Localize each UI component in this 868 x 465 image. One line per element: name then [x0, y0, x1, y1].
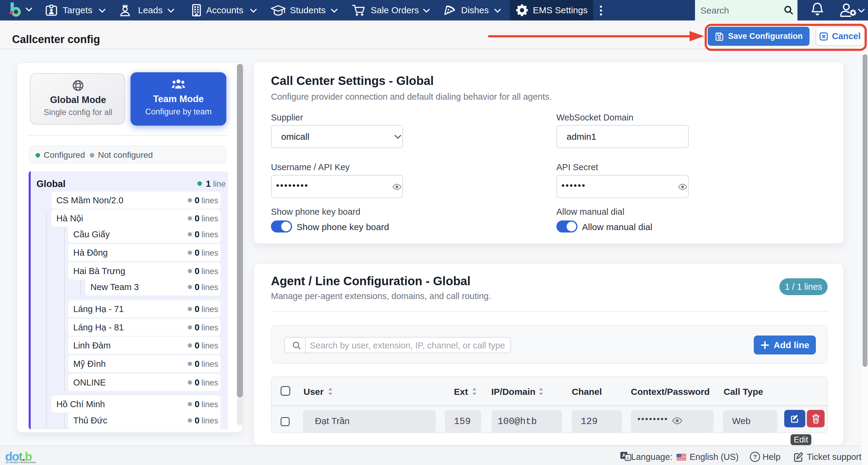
svg-text:x: x	[627, 455, 629, 460]
svg-text:?: ?	[753, 454, 757, 460]
